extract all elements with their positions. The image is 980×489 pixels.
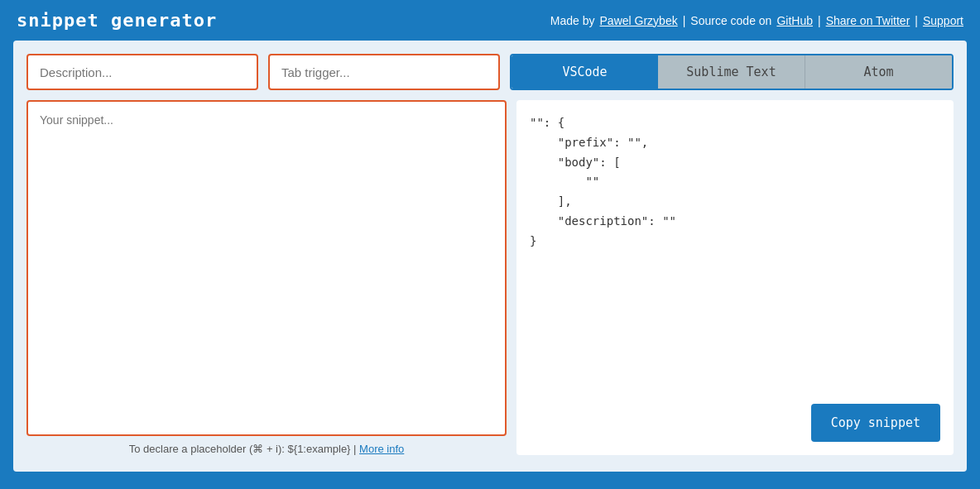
description-input[interactable]	[26, 54, 258, 90]
tab-atom[interactable]: Atom	[805, 55, 952, 89]
tab-trigger-input[interactable]	[268, 54, 500, 90]
content-row: To declare a placeholder (⌘ + i): ${1:ex…	[26, 100, 954, 455]
copy-snippet-button[interactable]: Copy snippet	[811, 404, 940, 442]
sep3: |	[915, 14, 918, 27]
code-output: "": { "prefix": "", "body": [ "" ], "des…	[530, 113, 940, 442]
sep1: |	[683, 14, 686, 27]
author-link[interactable]: Pawel Grzybek	[600, 14, 678, 27]
footer-hint: To declare a placeholder (⌘ + i): ${1:ex…	[26, 443, 507, 455]
github-link[interactable]: GitHub	[776, 14, 813, 27]
snippet-area-container: To declare a placeholder (⌘ + i): ${1:ex…	[26, 100, 507, 455]
main-container: VSCode Sublime Text Atom To declare a pl…	[13, 41, 967, 472]
tab-sublime[interactable]: Sublime Text	[658, 55, 805, 89]
more-info-link[interactable]: More info	[359, 443, 404, 455]
snippet-textarea[interactable]	[26, 100, 507, 436]
sep2: |	[818, 14, 821, 27]
app-title: snippet generator	[17, 10, 217, 31]
tab-vscode[interactable]: VSCode	[512, 55, 658, 89]
support-link[interactable]: Support	[923, 14, 963, 27]
top-row: VSCode Sublime Text Atom	[26, 54, 954, 90]
output-panel: "": { "prefix": "", "body": [ "" ], "des…	[516, 100, 954, 455]
app-header: snippet generator Made by Pawel Grzybek …	[0, 0, 980, 41]
made-by-text: Made by	[550, 14, 595, 27]
header-links: Made by Pawel Grzybek | Source code on G…	[550, 14, 963, 27]
source-text: Source code on	[690, 14, 771, 27]
share-twitter-link[interactable]: Share on Twitter	[826, 14, 910, 27]
hint-text: To declare a placeholder (⌘ + i): ${1:ex…	[129, 443, 357, 455]
editor-tabs: VSCode Sublime Text Atom	[510, 54, 954, 90]
